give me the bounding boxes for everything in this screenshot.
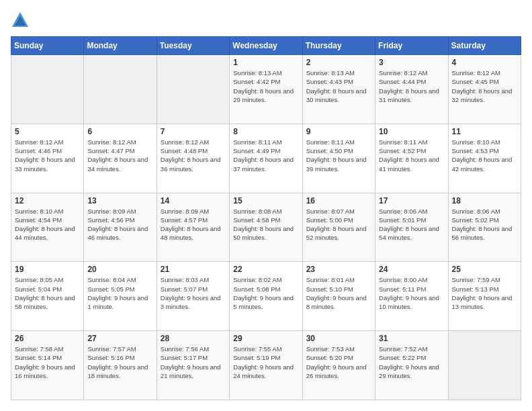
calendar-cell: 29Sunrise: 7:55 AM Sunset: 5:19 PM Dayli… [230, 331, 302, 400]
day-info: Sunrise: 8:12 AM Sunset: 4:45 PM Dayligh… [452, 68, 517, 104]
calendar-week-row: 12Sunrise: 8:10 AM Sunset: 4:54 PM Dayli… [11, 193, 521, 262]
day-info: Sunrise: 8:12 AM Sunset: 4:48 PM Dayligh… [161, 138, 226, 173]
day-info: Sunrise: 8:11 AM Sunset: 4:49 PM Dayligh… [233, 138, 298, 173]
day-info: Sunrise: 7:58 AM Sunset: 5:14 PM Dayligh… [15, 345, 80, 380]
day-number: 26 [15, 334, 80, 343]
day-info: Sunrise: 8:06 AM Sunset: 5:02 PM Dayligh… [452, 207, 517, 242]
day-number: 30 [306, 334, 371, 343]
day-info: Sunrise: 7:57 AM Sunset: 5:16 PM Dayligh… [87, 345, 152, 380]
day-info: Sunrise: 8:01 AM Sunset: 5:10 PM Dayligh… [306, 275, 371, 311]
day-number: 18 [452, 196, 517, 205]
day-info: Sunrise: 8:03 AM Sunset: 5:07 PM Dayligh… [161, 275, 226, 311]
calendar-cell [84, 55, 157, 124]
calendar-cell: 18Sunrise: 8:06 AM Sunset: 5:02 PM Dayli… [448, 193, 521, 262]
day-number: 24 [379, 265, 444, 274]
calendar-cell: 7Sunrise: 8:12 AM Sunset: 4:48 PM Daylig… [157, 124, 229, 193]
logo-icon [11, 11, 30, 30]
day-number: 15 [233, 196, 298, 205]
calendar-cell: 8Sunrise: 8:11 AM Sunset: 4:49 PM Daylig… [230, 124, 302, 193]
calendar-cell: 26Sunrise: 7:58 AM Sunset: 5:14 PM Dayli… [11, 331, 84, 400]
day-number: 3 [379, 58, 444, 67]
day-number: 19 [15, 265, 80, 274]
calendar-cell: 30Sunrise: 7:53 AM Sunset: 5:20 PM Dayli… [302, 331, 375, 400]
calendar-cell: 2Sunrise: 8:13 AM Sunset: 4:43 PM Daylig… [302, 55, 375, 124]
day-info: Sunrise: 8:05 AM Sunset: 5:04 PM Dayligh… [15, 275, 80, 311]
day-info: Sunrise: 7:59 AM Sunset: 5:13 PM Dayligh… [452, 275, 517, 311]
day-number: 9 [306, 127, 371, 136]
weekday-header: Wednesday [230, 37, 302, 55]
day-number: 13 [87, 196, 152, 205]
day-number: 22 [233, 265, 298, 274]
day-number: 23 [306, 265, 371, 274]
calendar-week-row: 1Sunrise: 8:13 AM Sunset: 4:42 PM Daylig… [11, 55, 521, 124]
day-number: 28 [161, 334, 226, 343]
calendar-cell: 11Sunrise: 8:10 AM Sunset: 4:53 PM Dayli… [448, 124, 521, 193]
day-number: 25 [452, 265, 517, 274]
calendar-cell: 21Sunrise: 8:03 AM Sunset: 5:07 PM Dayli… [157, 262, 229, 331]
calendar-week-row: 19Sunrise: 8:05 AM Sunset: 5:04 PM Dayli… [11, 262, 521, 331]
day-info: Sunrise: 8:12 AM Sunset: 4:47 PM Dayligh… [87, 138, 152, 173]
calendar-cell: 22Sunrise: 8:02 AM Sunset: 5:08 PM Dayli… [230, 262, 302, 331]
calendar-cell: 17Sunrise: 8:06 AM Sunset: 5:01 PM Dayli… [375, 193, 448, 262]
calendar-cell [11, 55, 84, 124]
day-info: Sunrise: 8:06 AM Sunset: 5:01 PM Dayligh… [379, 207, 444, 242]
day-info: Sunrise: 8:00 AM Sunset: 5:11 PM Dayligh… [379, 275, 444, 311]
day-info: Sunrise: 8:09 AM Sunset: 4:57 PM Dayligh… [161, 207, 226, 242]
day-number: 1 [233, 58, 298, 67]
calendar-cell [157, 55, 229, 124]
calendar-week-row: 5Sunrise: 8:12 AM Sunset: 4:46 PM Daylig… [11, 124, 521, 193]
calendar: SundayMondayTuesdayWednesdayThursdayFrid… [11, 36, 521, 400]
calendar-cell: 12Sunrise: 8:10 AM Sunset: 4:54 PM Dayli… [11, 193, 84, 262]
day-number: 14 [161, 196, 226, 205]
logo [11, 11, 32, 30]
day-number: 2 [306, 58, 371, 67]
calendar-cell: 27Sunrise: 7:57 AM Sunset: 5:16 PM Dayli… [84, 331, 157, 400]
calendar-cell: 3Sunrise: 8:12 AM Sunset: 4:44 PM Daylig… [375, 55, 448, 124]
calendar-cell: 25Sunrise: 7:59 AM Sunset: 5:13 PM Dayli… [448, 262, 521, 331]
day-info: Sunrise: 7:55 AM Sunset: 5:19 PM Dayligh… [233, 345, 298, 380]
day-info: Sunrise: 8:13 AM Sunset: 4:42 PM Dayligh… [233, 68, 298, 104]
calendar-cell: 9Sunrise: 8:11 AM Sunset: 4:50 PM Daylig… [302, 124, 375, 193]
day-number: 4 [452, 58, 517, 67]
day-number: 8 [233, 127, 298, 136]
day-number: 6 [87, 127, 152, 136]
calendar-cell: 23Sunrise: 8:01 AM Sunset: 5:10 PM Dayli… [302, 262, 375, 331]
weekday-header: Tuesday [157, 37, 229, 55]
calendar-cell: 31Sunrise: 7:52 AM Sunset: 5:22 PM Dayli… [375, 331, 448, 400]
weekday-header: Monday [84, 37, 157, 55]
day-number: 29 [233, 334, 298, 343]
day-number: 20 [87, 265, 152, 274]
day-number: 5 [15, 127, 80, 136]
calendar-cell: 20Sunrise: 8:04 AM Sunset: 5:05 PM Dayli… [84, 262, 157, 331]
day-number: 12 [15, 196, 80, 205]
weekday-header: Thursday [302, 37, 375, 55]
day-info: Sunrise: 8:12 AM Sunset: 4:44 PM Dayligh… [379, 68, 444, 104]
day-info: Sunrise: 8:10 AM Sunset: 4:54 PM Dayligh… [15, 207, 80, 242]
calendar-cell [448, 331, 521, 400]
day-info: Sunrise: 8:10 AM Sunset: 4:53 PM Dayligh… [452, 138, 517, 173]
calendar-cell: 13Sunrise: 8:09 AM Sunset: 4:56 PM Dayli… [84, 193, 157, 262]
day-number: 7 [161, 127, 226, 136]
header [11, 11, 521, 30]
day-info: Sunrise: 7:53 AM Sunset: 5:20 PM Dayligh… [306, 345, 371, 380]
page: SundayMondayTuesdayWednesdayThursdayFrid… [0, 0, 532, 411]
calendar-cell: 24Sunrise: 8:00 AM Sunset: 5:11 PM Dayli… [375, 262, 448, 331]
calendar-cell: 16Sunrise: 8:07 AM Sunset: 5:00 PM Dayli… [302, 193, 375, 262]
day-number: 17 [379, 196, 444, 205]
calendar-cell: 28Sunrise: 7:56 AM Sunset: 5:17 PM Dayli… [157, 331, 229, 400]
weekday-header: Saturday [448, 37, 521, 55]
calendar-cell: 15Sunrise: 8:08 AM Sunset: 4:58 PM Dayli… [230, 193, 302, 262]
day-info: Sunrise: 8:02 AM Sunset: 5:08 PM Dayligh… [233, 275, 298, 311]
calendar-cell: 4Sunrise: 8:12 AM Sunset: 4:45 PM Daylig… [448, 55, 521, 124]
day-info: Sunrise: 8:09 AM Sunset: 4:56 PM Dayligh… [87, 207, 152, 242]
day-info: Sunrise: 8:04 AM Sunset: 5:05 PM Dayligh… [87, 275, 152, 311]
calendar-cell: 10Sunrise: 8:11 AM Sunset: 4:52 PM Dayli… [375, 124, 448, 193]
day-info: Sunrise: 8:13 AM Sunset: 4:43 PM Dayligh… [306, 68, 371, 104]
day-number: 31 [379, 334, 444, 343]
day-info: Sunrise: 7:52 AM Sunset: 5:22 PM Dayligh… [379, 345, 444, 380]
day-info: Sunrise: 8:11 AM Sunset: 4:52 PM Dayligh… [379, 138, 444, 173]
calendar-cell: 14Sunrise: 8:09 AM Sunset: 4:57 PM Dayli… [157, 193, 229, 262]
day-number: 21 [161, 265, 226, 274]
day-info: Sunrise: 7:56 AM Sunset: 5:17 PM Dayligh… [161, 345, 226, 380]
day-info: Sunrise: 8:11 AM Sunset: 4:50 PM Dayligh… [306, 138, 371, 173]
